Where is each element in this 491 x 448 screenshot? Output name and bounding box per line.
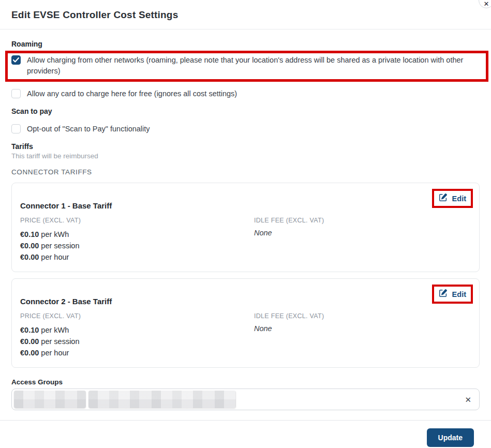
scan-to-pay-heading: Scan to pay <box>11 107 480 115</box>
access-groups-redacted-values <box>14 391 236 408</box>
price-line-kwh: €0.10 per kWh <box>20 324 254 336</box>
connector-tariffs-label: CONNECTOR TARIFFS <box>11 168 480 176</box>
connector-2-edit-label: Edit <box>452 290 466 298</box>
allow-roaming-row[interactable]: Allow charging from other networks (roam… <box>11 55 481 77</box>
modal-footer: Update <box>11 421 480 447</box>
connector-2-price-column: PRICE (EXCL. VAT) €0.10 per kWh €0.00 pe… <box>20 312 254 359</box>
allow-roaming-label: Allow charging from other networks (roam… <box>27 55 481 77</box>
connector-1-card: Edit Connector 1 - Base Tariff PRICE (EX… <box>11 183 480 272</box>
connector-2-idle-fee-column: IDLE FEE (EXCL. VAT) None <box>254 312 471 359</box>
tariffs-note: This tariff will be reimbursed <box>11 152 480 160</box>
update-button[interactable]: Update <box>427 428 474 447</box>
modal-title: Edit EVSE Controller Cost Settings <box>11 9 480 21</box>
connector-2-card: Edit Connector 2 - Base Tariff PRICE (EX… <box>11 278 480 368</box>
checkmark-icon <box>13 57 19 63</box>
roaming-annotation-box: Allow charging from other networks (roam… <box>5 51 488 82</box>
connector-1-idle-fee-column: IDLE FEE (EXCL. VAT) None <box>254 217 471 263</box>
opt-out-row[interactable]: Opt-out of "Scan to Pay" functionality <box>11 124 480 135</box>
idle-fee-value: None <box>254 229 471 237</box>
allow-roaming-checkbox[interactable] <box>11 55 21 65</box>
redacted-chip <box>88 391 236 408</box>
roaming-heading: Roaming <box>11 40 480 48</box>
clear-icon[interactable]: ✕ <box>465 396 471 404</box>
connector-2-edit-button[interactable]: Edit <box>439 289 466 299</box>
access-groups-input[interactable]: ✕ <box>11 389 480 410</box>
connector-1-title: Connector 1 - Base Tariff <box>20 201 471 210</box>
connector-1-edit-annotation-box: Edit <box>432 189 473 208</box>
connector-1-edit-button[interactable]: Edit <box>439 193 466 203</box>
price-line-kwh: €0.10 per kWh <box>20 229 254 240</box>
modal-header: Edit EVSE Controller Cost Settings <box>0 0 491 29</box>
allow-free-checkbox[interactable] <box>11 89 21 98</box>
edit-pencil-icon <box>439 289 447 299</box>
price-line-hour: €0.00 per hour <box>20 347 254 359</box>
tariffs-heading: Tariffs <box>11 142 480 151</box>
price-line-session: €0.00 per session <box>20 336 254 347</box>
allow-free-row[interactable]: Allow any card to charge here for free (… <box>11 88 480 99</box>
opt-out-label: Opt-out of "Scan to Pay" functionality <box>27 124 150 135</box>
allow-free-label: Allow any card to charge here for free (… <box>27 88 237 99</box>
redacted-chip <box>14 391 86 408</box>
price-line-hour: €0.00 per hour <box>20 251 254 263</box>
close-icon: ✕ <box>484 0 489 8</box>
price-column-label: PRICE (EXCL. VAT) <box>20 217 254 224</box>
opt-out-checkbox[interactable] <box>11 124 21 133</box>
connector-2-edit-annotation-box: Edit <box>432 285 473 304</box>
access-groups-heading: Access Groups <box>11 378 480 386</box>
price-line-session: €0.00 per session <box>20 240 254 251</box>
price-column-label: PRICE (EXCL. VAT) <box>20 312 254 320</box>
idle-fee-column-label: IDLE FEE (EXCL. VAT) <box>254 312 471 320</box>
connector-2-title: Connector 2 - Base Tariff <box>20 297 471 306</box>
idle-fee-column-label: IDLE FEE (EXCL. VAT) <box>254 217 471 224</box>
modal-body: Roaming Allow charging from other networ… <box>0 40 491 447</box>
edit-pencil-icon <box>439 193 447 203</box>
idle-fee-value: None <box>254 324 471 333</box>
connector-1-price-column: PRICE (EXCL. VAT) €0.10 per kWh €0.00 pe… <box>20 217 254 263</box>
connector-1-edit-label: Edit <box>452 195 466 203</box>
